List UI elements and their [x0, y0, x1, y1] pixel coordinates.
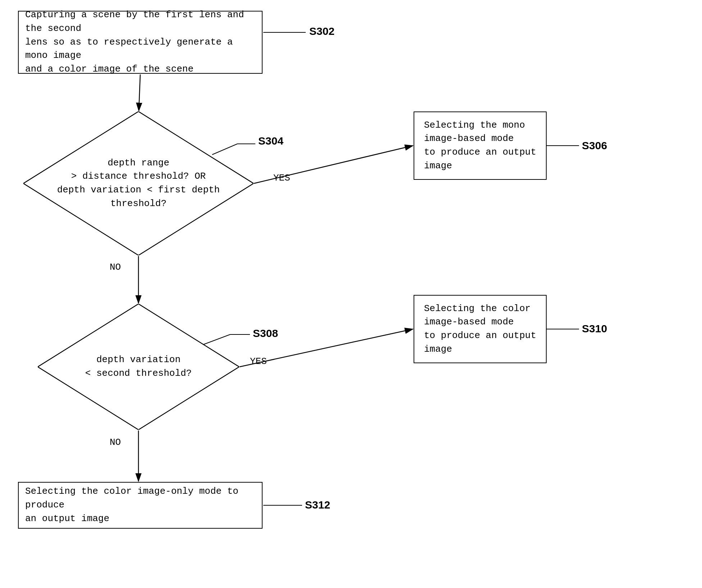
- s308-diamond: depth variation < second threshold?: [38, 304, 239, 430]
- s304-no-label: NO: [110, 262, 121, 273]
- s312-label: S312: [305, 499, 330, 511]
- s304-label: S304: [258, 135, 283, 147]
- s310-label: S310: [582, 323, 607, 335]
- s312-text: Selecting the color image-only mode to p…: [25, 485, 255, 525]
- s302-text: Capturing a scene by the first lens and …: [25, 8, 255, 76]
- s302-box: Capturing a scene by the first lens and …: [18, 11, 263, 74]
- s308-yes-label: YES: [250, 356, 267, 367]
- s310-text: Selecting the color image-based mode to …: [424, 302, 536, 356]
- flowchart-diagram: Capturing a scene by the first lens and …: [0, 0, 702, 588]
- s304-yes-label: YES: [273, 173, 290, 183]
- svg-line-1: [139, 74, 140, 111]
- s310-box: Selecting the color image-based mode to …: [414, 295, 547, 363]
- s312-box: Selecting the color image-only mode to p…: [18, 482, 263, 529]
- s308-text: depth variation < second threshold?: [85, 353, 192, 380]
- s308-diamond-text: depth variation < second threshold?: [38, 304, 239, 430]
- s304-text: depth range > distance threshold? OR dep…: [57, 156, 220, 211]
- s306-text: Selecting the mono image-based mode to p…: [424, 119, 536, 173]
- s304-diamond-text: depth range > distance threshold? OR dep…: [23, 111, 254, 255]
- s304-diamond: depth range > distance threshold? OR dep…: [23, 111, 254, 255]
- s308-no-label: NO: [110, 437, 121, 448]
- s308-label: S308: [253, 327, 278, 339]
- s302-label: S302: [309, 25, 334, 37]
- s306-box: Selecting the mono image-based mode to p…: [414, 111, 547, 180]
- s306-label: S306: [582, 140, 607, 152]
